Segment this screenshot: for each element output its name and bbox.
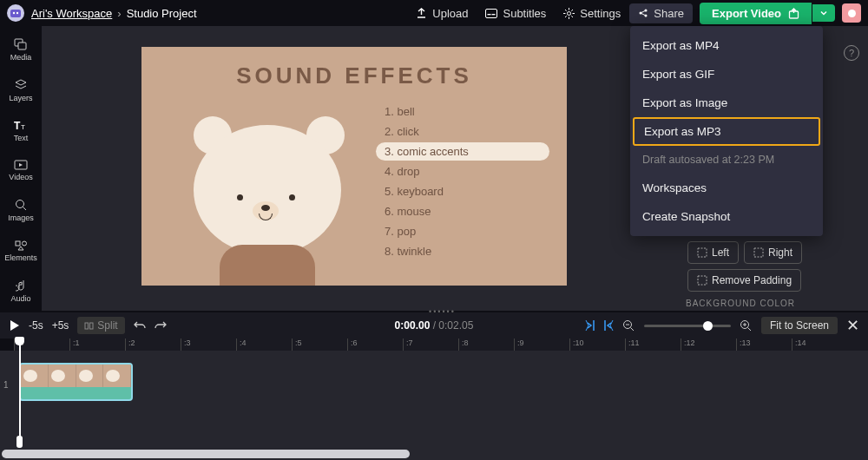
zoom-out-icon [622,319,635,332]
sfx-item: 1. bell [376,102,549,121]
sidebar-item-text[interactable]: TTText [14,120,29,142]
ruler-tick: :4 [236,338,292,351]
svg-rect-22 [85,323,89,329]
ruler-tick: :14 [792,338,847,351]
ruler-tick: :2 [125,338,181,351]
sfx-item: 2. click [376,122,549,141]
canvas-area[interactable]: SOUND EFFECTS 1. bell2. click3. comic ac… [42,26,667,311]
jump-forward-button[interactable]: +5s [52,319,69,332]
elements-icon [15,240,28,251]
timeline-ruler[interactable]: :0:1:2:3:4:5:6:7:8:9:10:11:12:13:14 [14,338,868,351]
sfx-item: 5. keyboard [376,182,549,200]
snap-toggle[interactable] [585,319,614,332]
export-gif[interactable]: Export as GIF [630,60,823,89]
svg-text:T: T [14,120,21,131]
track-number: 1 [3,380,9,390]
svg-rect-17 [16,241,20,246]
svg-rect-0 [10,10,21,17]
ruler-tick: :6 [347,338,403,351]
ruler-tick: :10 [569,338,625,351]
padding-left-button[interactable]: Left [687,241,739,264]
workspaces-item[interactable]: Workspaces [630,174,823,202]
ruler-tick: :1 [69,338,125,351]
remove-padding-button[interactable]: Remove Padding [687,269,801,292]
sidebar-item-media[interactable]: Media [10,38,32,62]
play-button[interactable] [9,319,20,332]
sidebar-item-layers[interactable]: Layers [9,79,32,102]
video-preview[interactable]: SOUND EFFECTS 1. bell2. click3. comic ac… [141,47,567,286]
preview-title: SOUND EFFECTS [141,62,567,89]
app-logo[interactable] [7,4,24,22]
bear-illustration [168,116,376,286]
subtitles-button[interactable]: Subtitles [477,3,555,23]
zoom-out-button[interactable] [622,319,635,332]
export-icon [788,8,799,19]
svg-point-18 [22,241,26,246]
export-menu: Export as MP4 Export as GIF Export as Im… [630,26,823,236]
sound-effects-list: 1. bell2. click3. comic accents4. drop5.… [376,101,549,262]
ruler-tick: :8 [458,338,514,351]
undo-button[interactable] [134,320,146,331]
redo-button[interactable] [155,320,167,331]
export-mp4[interactable]: Export as MP4 [630,31,823,60]
svg-rect-19 [698,248,707,257]
create-snapshot[interactable]: Create Snapshot [630,202,823,231]
upload-button[interactable]: Upload [407,3,477,23]
jump-back-button[interactable]: -5s [29,319,43,332]
share-button[interactable]: Share [629,3,693,23]
ruler-tick: :12 [681,338,736,351]
zoom-in-button[interactable] [740,319,753,332]
split-icon [84,321,94,331]
sfx-item: 8. twinkle [376,242,549,260]
sfx-item: 3. comic accents [376,142,549,161]
sidebar-item-videos[interactable]: Videos [9,160,32,181]
snap-right-icon [601,319,614,332]
padding-right-button[interactable]: Right [744,241,802,264]
gear-icon [563,8,575,19]
background-color-label: BACKGROUND COLOR [686,299,795,308]
svg-point-1 [13,12,15,14]
share-icon [638,8,648,18]
project-name[interactable]: Studio Project [127,7,197,20]
time-display: 0:00.00 / 0:02.05 [395,319,474,332]
snap-left-icon [585,319,598,332]
zoom-in-icon [740,319,753,332]
fit-to-screen-button[interactable]: Fit to Screen [761,317,838,334]
settings-button[interactable]: Settings [555,3,629,23]
svg-rect-4 [488,14,491,15]
help-icon[interactable]: ? [844,45,859,61]
export-mp3[interactable]: Export as MP3 [633,117,820,146]
svg-rect-5 [492,14,496,15]
layers-icon [14,79,28,91]
export-video-button[interactable]: Export Video [700,3,812,24]
playhead[interactable] [19,338,21,447]
breadcrumb-sep: › [117,7,121,20]
ruler-tick: :5 [292,338,347,351]
media-icon [14,38,28,50]
workspace-link[interactable]: Ari's Workspace [31,7,112,20]
svg-rect-12 [18,43,26,49]
split-button[interactable]: Split [77,317,124,334]
timeline-tracks[interactable]: 1 [0,351,868,460]
close-timeline-button[interactable]: ✕ [846,316,859,335]
export-image[interactable]: Export as Image [630,89,823,117]
sfx-item: 4. drop [376,162,549,181]
export-dropdown-toggle[interactable] [812,4,835,22]
svg-text:T: T [21,123,25,131]
sidebar-item-elements[interactable]: Elements [4,240,37,262]
undo-icon [134,320,146,331]
ruler-tick: :3 [181,338,236,351]
video-clip[interactable] [19,363,133,401]
zoom-slider[interactable] [644,325,731,327]
sidebar-item-images[interactable]: Images [8,199,34,222]
redo-icon [155,320,167,331]
subtitles-icon [485,9,497,18]
svg-rect-20 [754,248,763,257]
horizontal-scrollbar[interactable] [2,450,410,458]
sidebar-item-audio[interactable]: Audio [10,279,30,303]
svg-rect-23 [90,323,94,329]
svg-point-16 [16,200,23,208]
chevron-down-icon [819,9,828,17]
sfx-item: 7. pop [376,222,549,240]
user-avatar[interactable] [842,3,861,23]
